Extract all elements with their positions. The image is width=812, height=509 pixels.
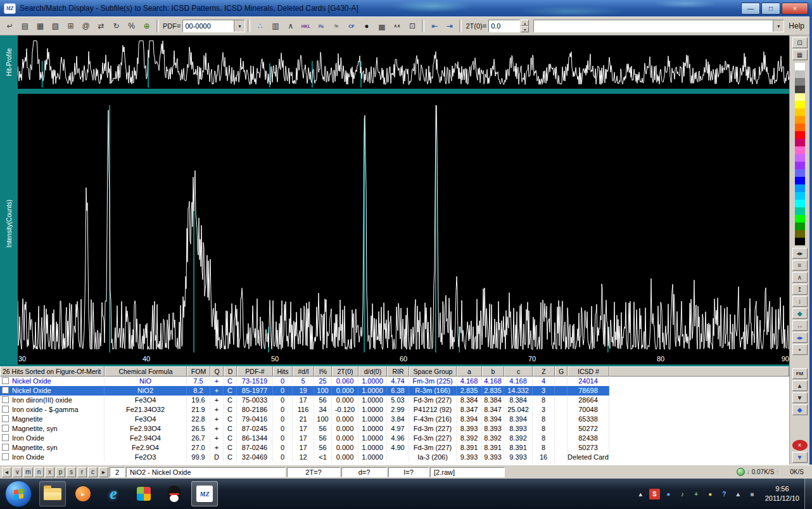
column-header[interactable]: Z xyxy=(533,366,555,377)
scroll-table-up-button[interactable]: ▲ xyxy=(792,380,808,391)
palette-color[interactable] xyxy=(795,124,805,131)
mode-button-m[interactable]: m xyxy=(23,467,33,477)
profile-fit-button[interactable]: ≈ xyxy=(329,19,343,34)
palette-color[interactable] xyxy=(795,207,805,215)
palette-color[interactable] xyxy=(795,154,805,162)
table-row[interactable]: Nickel OxideNiO28.2+C85-19770191000.0001… xyxy=(0,386,789,396)
taskbar-app-jade[interactable]: MZ xyxy=(191,481,218,506)
table-row[interactable]: Iron diiron(III) oxideFe3O419.6+C75-0033… xyxy=(0,396,789,405)
taskbar-app-explorer[interactable] xyxy=(39,481,66,506)
palette-color[interactable] xyxy=(795,63,805,70)
column-header[interactable]: Space Group xyxy=(409,366,457,377)
percent-scale-button[interactable]: % xyxy=(124,19,139,34)
exit-button[interactable]: ↵ xyxy=(3,19,17,34)
expand-rows-button[interactable]: ≡ xyxy=(792,260,808,271)
table-row[interactable]: MagnetiteFe3O422.8+C79-04160211000.0001.… xyxy=(0,415,789,424)
tray-icon[interactable]: ▲ xyxy=(733,489,744,499)
start-button[interactable] xyxy=(5,480,32,507)
row-checkbox[interactable] xyxy=(2,444,9,451)
tray-icon[interactable]: ● xyxy=(705,489,716,499)
mode-button-c[interactable]: c xyxy=(88,467,98,477)
peak-id-button[interactable]: ∧ xyxy=(283,19,298,34)
restore-window-button[interactable]: ⊡ xyxy=(792,37,808,48)
file-dropdown-arrow[interactable]: ▾ xyxy=(773,20,783,32)
mode-button-r[interactable]: r xyxy=(77,467,87,477)
stop-button[interactable]: ▪ xyxy=(792,344,808,355)
scroll-horizontal-button[interactable]: ◂▸ xyxy=(792,332,808,343)
pan-horizontal-button[interactable]: ◂▸ xyxy=(792,248,808,259)
column-header[interactable]: Chemical Formula xyxy=(105,366,187,377)
palette-color[interactable] xyxy=(795,238,805,245)
palette-color[interactable] xyxy=(795,177,805,184)
palette-color[interactable] xyxy=(795,230,805,238)
palette-color[interactable] xyxy=(795,222,805,230)
table-row[interactable]: Iron OxideFe2O399.9DC32-0469012<10.0001.… xyxy=(0,453,789,462)
report-button[interactable]: ⊞ xyxy=(63,19,78,34)
contrast-button[interactable]: ● xyxy=(359,19,374,34)
palette-color[interactable] xyxy=(795,162,805,169)
row-checkbox[interactable] xyxy=(2,387,9,394)
column-header[interactable]: a xyxy=(457,366,482,377)
stick-pattern-button[interactable]: ▥ xyxy=(268,19,282,34)
column-header[interactable]: G xyxy=(555,366,568,377)
email-button[interactable]: @ xyxy=(79,19,93,34)
pdf-combobox[interactable]: ▾ xyxy=(182,20,245,32)
palette-color[interactable] xyxy=(795,131,805,139)
tray-icon[interactable]: ? xyxy=(719,489,730,499)
row-checkbox[interactable] xyxy=(2,434,9,441)
mode-button-s[interactable]: s xyxy=(67,467,76,477)
tray-expand-icon[interactable]: ▴ xyxy=(635,489,646,499)
file-combobox[interactable]: ▾ xyxy=(533,20,784,32)
row-checkbox[interactable] xyxy=(2,415,9,422)
pan-range-button[interactable]: ↔ xyxy=(792,320,808,331)
scroll-table-down-button[interactable]: ▼ xyxy=(792,392,808,403)
palette-color[interactable] xyxy=(795,70,805,78)
column-header[interactable]: I% xyxy=(314,366,332,377)
overlay-dots-button[interactable]: ∴ xyxy=(253,19,267,34)
column-header[interactable]: b xyxy=(482,366,504,377)
table-row[interactable]: Iron OxideFe2.94O426.7+C86-1344017560.00… xyxy=(0,434,789,443)
column-header[interactable]: ICSD # xyxy=(568,366,609,377)
cf-labels-button[interactable]: CF xyxy=(344,19,358,34)
refresh-button[interactable]: ↻ xyxy=(109,19,124,34)
table-row[interactable]: Iron oxide - $-gammaFe21.34O3221.9+C80-2… xyxy=(0,405,789,415)
column-header[interactable]: 2T(0) xyxy=(332,366,358,377)
row-checkbox[interactable] xyxy=(2,453,9,460)
taskbar-clock[interactable]: 9:56 2011/12/10 xyxy=(765,484,799,503)
print-button[interactable]: ▤ xyxy=(18,19,32,34)
peak-marker-button[interactable]: ◆ xyxy=(792,308,808,319)
twin-peaks-button[interactable]: ∧∧ xyxy=(390,19,404,34)
intensity-percent-button[interactable]: I% xyxy=(314,19,328,34)
tray-icon[interactable]: ■ xyxy=(747,489,758,499)
row-checkbox[interactable] xyxy=(2,396,9,403)
tray-icon[interactable]: ● xyxy=(663,489,674,499)
tray-icon[interactable]: S xyxy=(649,489,660,499)
column-header[interactable]: 26 Hits Sorted on Figure-Of-Merit xyxy=(0,366,105,377)
palette-color[interactable] xyxy=(795,116,805,124)
delete-selection-button[interactable]: × xyxy=(792,440,808,451)
palette-color[interactable] xyxy=(795,93,805,101)
taskbar-app-media-player[interactable]: ▸ xyxy=(70,481,96,506)
page-down-button[interactable]: ▼ xyxy=(792,452,808,463)
file-input[interactable] xyxy=(534,21,773,31)
palette-color[interactable] xyxy=(795,78,805,86)
main-pattern-chart[interactable] xyxy=(18,94,789,354)
minimize-button[interactable]: — xyxy=(741,3,760,15)
help-menu[interactable]: Help xyxy=(789,22,804,30)
full-scale-button[interactable]: ↥ xyxy=(792,284,808,295)
import-export-button[interactable]: ⇄ xyxy=(94,19,108,34)
column-header[interactable]: D xyxy=(224,366,237,377)
tray-icon[interactable]: ♪ xyxy=(677,489,688,499)
taskbar-app-colorful-app[interactable] xyxy=(130,481,157,506)
pdf-dropdown-arrow[interactable]: ▾ xyxy=(234,20,244,32)
zoom-box-button[interactable]: ⊡ xyxy=(405,19,419,34)
fit-width-button[interactable]: ⇤ xyxy=(427,19,441,34)
palette-color[interactable] xyxy=(795,184,805,192)
spinner-down-button[interactable]: ▾ xyxy=(521,26,529,32)
column-header[interactable]: PDF-# xyxy=(237,366,273,377)
palette-toggle-button[interactable]: ▦ xyxy=(792,49,808,60)
taskbar-app-internet-explorer[interactable]: e xyxy=(100,481,127,506)
palette-color[interactable] xyxy=(795,139,805,146)
column-header[interactable]: Hits xyxy=(273,366,293,377)
close-button[interactable]: × xyxy=(782,3,808,15)
